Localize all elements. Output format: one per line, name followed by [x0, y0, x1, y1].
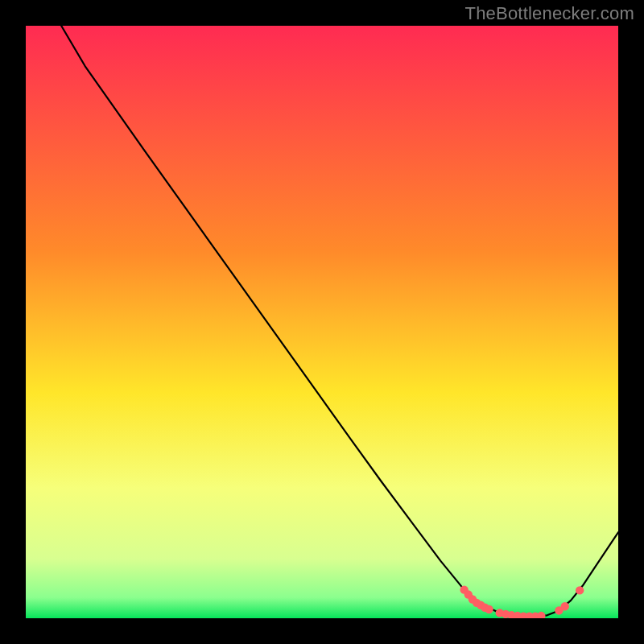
- chart-frame: TheBottlenecker.com: [0, 0, 644, 644]
- gradient-background: [26, 26, 618, 618]
- chart-svg: [26, 26, 618, 618]
- highlight-dot: [576, 586, 584, 594]
- plot-area: [26, 26, 618, 618]
- attribution-label: TheBottlenecker.com: [465, 3, 634, 24]
- highlight-dot: [561, 602, 569, 610]
- highlight-dot: [485, 605, 493, 613]
